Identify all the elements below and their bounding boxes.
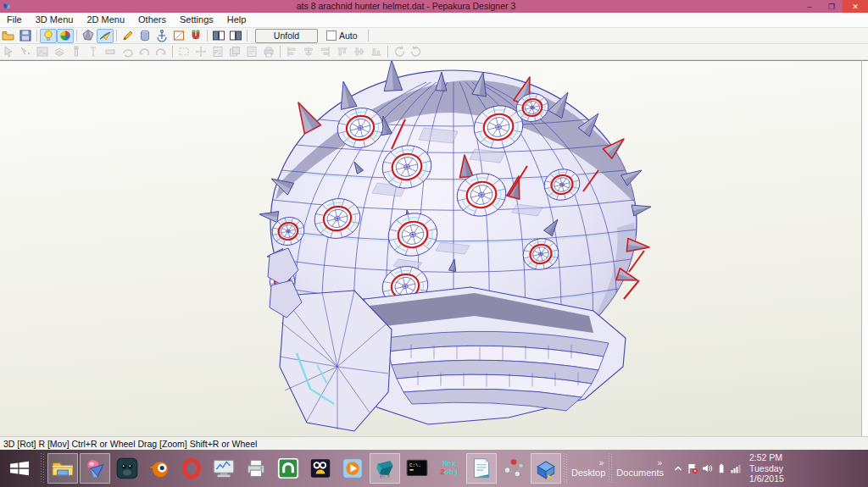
menu-others[interactable]: Others	[131, 13, 173, 27]
clock-day: Tuesday	[749, 463, 793, 474]
anchor-tool-button[interactable]	[153, 29, 170, 43]
system-tray	[670, 462, 743, 475]
taskbar-clock[interactable]: 2:52 PMTuesday1/6/2015	[749, 452, 793, 484]
flat-flap-button[interactable]	[102, 45, 119, 59]
file-explorer-icon	[50, 456, 75, 481]
tray-volume[interactable]	[699, 462, 714, 475]
taskbar-netfabb[interactable]	[273, 453, 303, 484]
toolbar-separator	[368, 30, 369, 42]
flap-view-toggle-button[interactable]	[97, 29, 114, 43]
tray-tray-expand[interactable]	[670, 462, 685, 475]
taskbar-pepakura-viewer[interactable]	[531, 453, 561, 484]
menu-file[interactable]: File	[0, 13, 29, 27]
taskbar-blender[interactable]	[144, 453, 175, 484]
glue-tool-icon	[70, 45, 83, 58]
view-2d-window-icon	[229, 29, 242, 42]
toolbar-separator	[36, 30, 37, 42]
desktop-chevron[interactable]: »	[571, 458, 605, 468]
page-preview-button[interactable]	[243, 45, 260, 59]
light-toggle-button[interactable]	[40, 29, 57, 43]
marquee-select-button[interactable]	[175, 45, 192, 59]
rotate-part-button[interactable]	[119, 45, 136, 59]
window-edge	[861, 60, 868, 437]
solid-view-button[interactable]	[80, 29, 97, 43]
taskbar-hex2obj[interactable]: Hex2obj	[434, 453, 465, 484]
align-center-h-button[interactable]	[300, 45, 317, 59]
light-toggle-icon	[42, 29, 55, 42]
rotate-ccw-button[interactable]	[391, 45, 408, 59]
select-and-move-button[interactable]	[17, 45, 34, 59]
save-file-button[interactable]	[17, 29, 34, 43]
taskbar-makerbot[interactable]	[305, 453, 336, 484]
rotate-cw-icon	[409, 45, 423, 58]
insert-text-button[interactable]	[85, 45, 102, 59]
taskbar-opera[interactable]	[176, 453, 207, 484]
menu-2d-menu[interactable]: 2D Menu	[80, 13, 131, 27]
taskbar-molecule-viewer[interactable]	[498, 453, 529, 484]
2d-edit-toolbar: P1	[0, 44, 868, 60]
unfold-button[interactable]: Unfold	[255, 29, 318, 43]
move-page-button[interactable]	[192, 45, 209, 59]
view-3d-window-button[interactable]	[210, 29, 227, 43]
status-bar: 3D [Rot] R [Mov] Ctrl+R or Wheel Drag [Z…	[0, 436, 868, 450]
taskbar-pepakura-designer[interactable]	[80, 453, 110, 484]
texture-view-toggle-button[interactable]	[57, 29, 74, 43]
magnet-tool-button[interactable]	[187, 29, 204, 43]
auto-checkbox[interactable]	[326, 30, 337, 41]
minimize-button[interactable]: –	[798, 0, 821, 13]
taskbar-file-explorer[interactable]	[47, 453, 78, 484]
align-top-button[interactable]	[334, 45, 351, 59]
taskbar-printer-tool[interactable]	[241, 453, 271, 484]
rotate-part-icon	[120, 45, 134, 58]
arrange-layout-button[interactable]	[226, 45, 243, 59]
hex2obj-icon: Hex2obj	[440, 460, 459, 477]
align-top-icon	[336, 45, 349, 58]
print-layout-button[interactable]	[260, 45, 277, 59]
taskbar-media-player[interactable]	[337, 453, 368, 484]
main-toolbar: UnfoldAuto	[0, 28, 868, 44]
flap-view-toggle-icon	[98, 29, 112, 42]
menu-help[interactable]: Help	[220, 13, 253, 27]
start-button[interactable]	[0, 450, 39, 487]
align-right-button[interactable]	[317, 45, 334, 59]
glue-tool-button[interactable]	[68, 45, 85, 59]
taskbar-terminal[interactable]: C:\.	[402, 453, 432, 484]
3d-viewport[interactable]	[0, 60, 861, 437]
close-button[interactable]: ✕	[843, 0, 868, 13]
select-tool-button[interactable]	[0, 45, 17, 59]
menu-3d-menu[interactable]: 3D Menu	[29, 13, 81, 27]
draw-tool-button[interactable]	[120, 29, 136, 43]
menu-settings[interactable]: Settings	[173, 13, 220, 27]
align-middle-button[interactable]	[351, 45, 368, 59]
edge-color-tool-button[interactable]	[170, 29, 187, 43]
toolbar-separator	[280, 46, 281, 58]
gimp-icon	[114, 456, 140, 481]
restore-button[interactable]: ❐	[821, 0, 843, 13]
desktop-toolbar[interactable]: »Desktop	[571, 450, 605, 487]
documents-toolbar[interactable]: »Documents	[616, 450, 664, 487]
rotate-cw-button[interactable]	[408, 45, 425, 59]
solid-view-icon	[81, 29, 95, 42]
page-number-button[interactable]: P1	[209, 45, 226, 59]
view-2d-window-button[interactable]	[227, 29, 244, 43]
taskbar-system-monitor[interactable]	[209, 453, 239, 484]
cylinder-tool-icon	[138, 29, 152, 42]
align-left-button[interactable]	[283, 45, 300, 59]
tray-action-center[interactable]	[685, 462, 699, 475]
cylinder-tool-button[interactable]	[136, 29, 153, 43]
stack-parts-button[interactable]	[51, 45, 68, 59]
edge-color-tool-icon	[172, 29, 186, 42]
align-bottom-button[interactable]	[368, 45, 385, 59]
tray-network[interactable]	[728, 462, 743, 475]
background-texture-button[interactable]	[34, 45, 51, 59]
undo-button[interactable]	[136, 45, 153, 59]
tray-battery[interactable]	[714, 462, 728, 475]
taskbar-notepad[interactable]	[466, 453, 497, 484]
netfabb-icon	[275, 456, 301, 481]
redo-button[interactable]	[153, 45, 170, 59]
open-file-button[interactable]	[0, 29, 17, 43]
documents-chevron[interactable]: »	[616, 458, 664, 468]
taskbar-gimp[interactable]	[112, 453, 142, 484]
taskbar-123d-design[interactable]: 123D	[370, 453, 400, 484]
media-player-icon	[340, 456, 365, 481]
